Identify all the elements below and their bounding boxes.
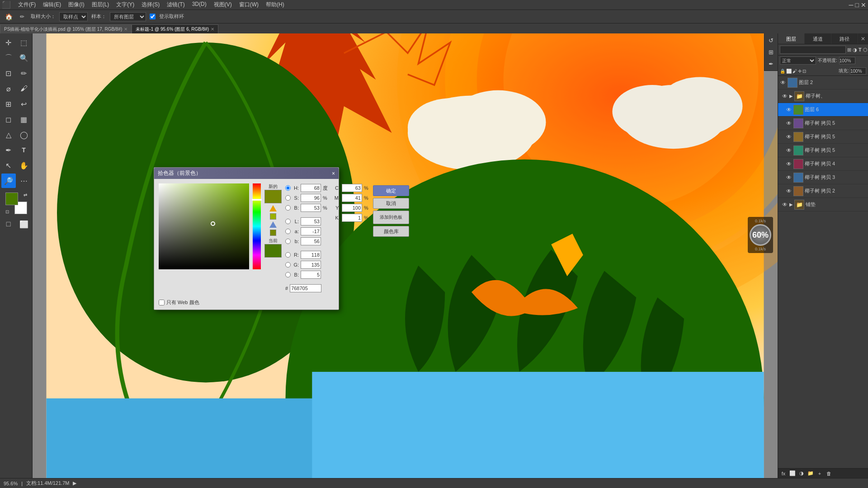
blur-tool[interactable]: △ bbox=[1, 127, 16, 142]
lock-transparent-icon[interactable]: ⬜ bbox=[786, 69, 792, 74]
menu-item-l[interactable]: 图层(L) bbox=[88, 1, 113, 9]
filter-pixel-icon[interactable]: ⊞ bbox=[847, 47, 851, 53]
filter-adjust-icon[interactable]: ◑ bbox=[853, 47, 857, 53]
g-input[interactable] bbox=[301, 261, 321, 269]
lock-icon[interactable]: 🔒 bbox=[780, 69, 785, 74]
l-input[interactable] bbox=[301, 217, 321, 225]
menu-item-v[interactable]: 视图(V) bbox=[210, 1, 236, 9]
group-arrow-9[interactable]: ▶ bbox=[789, 202, 793, 207]
filter-shape-icon[interactable]: ⬡ bbox=[863, 47, 868, 53]
maximize-btn[interactable]: □ bbox=[855, 1, 859, 9]
menu-item-s[interactable]: 选择(S) bbox=[138, 1, 163, 9]
menu-item-i[interactable]: 图像(I) bbox=[65, 1, 88, 9]
color-library-button[interactable]: 颜色库 bbox=[373, 226, 409, 237]
k-input[interactable] bbox=[342, 214, 362, 222]
pen-tool[interactable]: ✒ bbox=[1, 143, 16, 157]
hue-bar[interactable] bbox=[253, 183, 261, 269]
filter-text-icon[interactable]: T bbox=[859, 47, 862, 52]
extra-tool[interactable]: ⋯ bbox=[17, 174, 31, 188]
show-sample-checkbox[interactable] bbox=[150, 14, 156, 19]
layer-vis-5[interactable]: 👁 bbox=[786, 147, 792, 154]
h-radio[interactable] bbox=[285, 185, 291, 191]
g-radio[interactable] bbox=[285, 262, 291, 267]
layer-group-icon[interactable]: 📁 bbox=[807, 470, 814, 477]
tab-1-close[interactable]: ✕ bbox=[211, 27, 214, 32]
artboard-tool[interactable]: ⬚ bbox=[17, 35, 31, 50]
layer-new-icon[interactable]: + bbox=[816, 470, 823, 477]
layers-search-input[interactable] bbox=[780, 46, 846, 54]
web-only-checkbox[interactable] bbox=[159, 300, 165, 305]
hand-tool[interactable]: ✋ bbox=[17, 158, 31, 173]
tab-layers[interactable]: 图层 bbox=[778, 33, 805, 44]
color-picker-title[interactable]: 拾色器（前景色） × bbox=[154, 168, 339, 179]
r-radio[interactable] bbox=[285, 252, 291, 258]
layer-vis-2[interactable]: 👁 bbox=[786, 107, 792, 113]
lock-artboard-icon[interactable]: ⊡ bbox=[802, 69, 806, 74]
layer-vis-3[interactable]: 👁 bbox=[786, 120, 792, 127]
y-input[interactable] bbox=[342, 204, 362, 212]
c-input[interactable] bbox=[342, 184, 362, 192]
a-radio[interactable] bbox=[285, 229, 291, 234]
toolbar-home-icon[interactable]: 🏠 bbox=[4, 12, 14, 22]
layer-vis-4[interactable]: 👁 bbox=[786, 134, 792, 140]
menu-item-e[interactable]: 编辑(E) bbox=[39, 1, 65, 9]
text-tool[interactable]: T bbox=[17, 143, 31, 157]
layer-item-2[interactable]: 👁图层 6 bbox=[778, 103, 868, 117]
close-btn[interactable]: ✕ bbox=[861, 1, 866, 9]
lock-move-icon[interactable]: ✛ bbox=[798, 69, 802, 74]
layer-item-3[interactable]: 👁椰子树 拷贝 5 bbox=[778, 117, 868, 130]
standard-mode[interactable]: □ bbox=[1, 217, 16, 231]
history-tool[interactable]: ↩ bbox=[17, 97, 31, 111]
b2-radio[interactable] bbox=[285, 239, 291, 244]
eraser-tool[interactable]: ◻ bbox=[1, 112, 16, 127]
history-icon[interactable]: ↺ bbox=[766, 35, 776, 45]
lasso-tool[interactable]: ⌒ bbox=[1, 51, 16, 65]
blue-input[interactable] bbox=[301, 271, 321, 279]
gamut-warning-icon[interactable] bbox=[269, 205, 277, 211]
web-warning-icon[interactable] bbox=[269, 221, 277, 228]
menu-item-dd[interactable]: 3D(D) bbox=[189, 1, 210, 7]
ok-button[interactable]: 确定 bbox=[373, 185, 409, 196]
web-color-swatch[interactable] bbox=[270, 230, 276, 236]
color-gradient[interactable] bbox=[159, 183, 249, 269]
layer-vis-0[interactable]: 👁 bbox=[780, 80, 786, 86]
gamut-color-swatch[interactable] bbox=[270, 213, 276, 220]
eyedropper-tool[interactable]: ✏ bbox=[17, 66, 31, 80]
stamp-tool[interactable]: ⊞ bbox=[1, 97, 16, 111]
group-arrow-1[interactable]: ▶ bbox=[789, 94, 793, 99]
layer-mask-icon[interactable]: ⬜ bbox=[789, 470, 796, 477]
select-path-tool[interactable]: ↖ bbox=[1, 158, 16, 173]
layer-adjustment-icon[interactable]: ◑ bbox=[798, 470, 805, 477]
color-picker-close-btn[interactable]: × bbox=[332, 170, 335, 177]
layer-item-9[interactable]: 👁▶📁铺垫 bbox=[778, 198, 868, 211]
swap-colors-icon[interactable]: ⇄ bbox=[24, 192, 27, 197]
a-input[interactable] bbox=[301, 227, 321, 235]
s-radio[interactable] bbox=[285, 195, 291, 201]
b-input[interactable] bbox=[301, 204, 321, 212]
blue-radio[interactable] bbox=[285, 272, 291, 277]
menu-item-w[interactable]: 窗口(W) bbox=[236, 1, 262, 9]
crop-tool[interactable]: ⊡ bbox=[1, 66, 16, 80]
gradient-tool[interactable]: ▦ bbox=[17, 112, 31, 127]
r-input[interactable] bbox=[301, 251, 321, 259]
layer-vis-6[interactable]: 👁 bbox=[786, 161, 792, 167]
layers-icon[interactable]: ⊞ bbox=[766, 47, 776, 57]
sample-select[interactable]: 所有图层 bbox=[110, 12, 146, 21]
tab-paths[interactable]: 路径 bbox=[831, 33, 858, 44]
layer-item-0[interactable]: 👁图层 2 bbox=[778, 76, 868, 89]
heal-tool[interactable]: ⌀ bbox=[1, 81, 16, 96]
fill-input[interactable] bbox=[850, 67, 866, 75]
b-radio[interactable] bbox=[285, 205, 291, 211]
menu-item-h[interactable]: 帮助(H) bbox=[262, 1, 288, 9]
paths-icon[interactable]: ✒ bbox=[766, 59, 776, 69]
layer-item-7[interactable]: 👁椰子树 拷贝 3 bbox=[778, 171, 868, 184]
layer-vis-1[interactable]: 👁 bbox=[782, 93, 788, 99]
hex-input[interactable] bbox=[290, 284, 321, 292]
minimize-btn[interactable]: ─ bbox=[849, 1, 854, 9]
layer-vis-8[interactable]: 👁 bbox=[786, 188, 792, 194]
tab-0-close[interactable]: ✕ bbox=[124, 27, 127, 32]
layer-item-8[interactable]: 👁椰子树 拷贝 2 bbox=[778, 184, 868, 198]
dodge-tool[interactable]: ◯ bbox=[17, 127, 31, 142]
layer-vis-9[interactable]: 👁 bbox=[782, 202, 788, 208]
toolbar-brush-icon[interactable]: ✏ bbox=[17, 12, 27, 22]
